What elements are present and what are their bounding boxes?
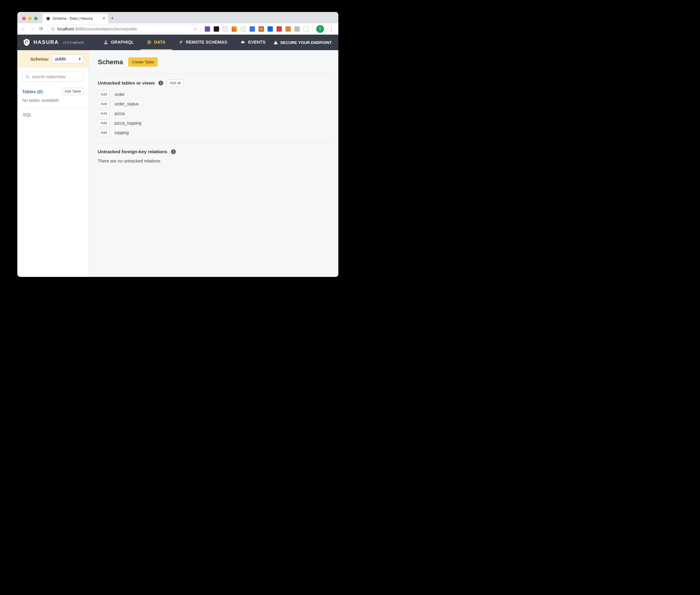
untracked-row: Add order xyxy=(98,91,329,98)
maximize-window-icon[interactable] xyxy=(34,17,38,20)
untracked-row: Add pizza xyxy=(98,110,329,117)
add-button[interactable]: Add xyxy=(98,129,110,136)
cloud-icon xyxy=(240,40,245,44)
close-tab-icon[interactable]: × xyxy=(103,16,105,21)
bookmark-icon[interactable]: ☆ xyxy=(193,27,197,31)
sql-link[interactable]: SQL xyxy=(17,108,88,121)
minimize-window-icon[interactable] xyxy=(28,17,32,20)
app-header: HASURA v1.0.0-alpha34 GRAPHIQL DATA REMO… xyxy=(17,35,338,50)
separator xyxy=(312,26,313,32)
add-button[interactable]: Add xyxy=(98,101,110,108)
tab-label: DATA xyxy=(154,40,166,45)
info-icon[interactable]: i xyxy=(158,81,163,85)
untracked-row: Add order_status xyxy=(98,101,329,108)
extension-icon[interactable] xyxy=(223,26,228,32)
info-icon[interactable]: i xyxy=(171,149,176,154)
select-chevron-icon: ▲▼ xyxy=(79,57,81,60)
database-icon xyxy=(147,40,151,44)
window-controls xyxy=(20,17,40,23)
extension-icon[interactable] xyxy=(249,26,255,32)
schema-label: Schema: xyxy=(30,56,49,61)
plug-icon xyxy=(179,40,183,44)
section-title: Untracked tables or views xyxy=(98,80,155,86)
extension-icon[interactable] xyxy=(286,26,291,32)
tab-strip: Schema - Data | Hasura × + xyxy=(17,12,338,23)
untracked-tables-heading: Untracked tables or views i Add all xyxy=(98,80,329,87)
profile-avatar[interactable]: T xyxy=(316,25,324,33)
back-button[interactable]: ← xyxy=(20,26,26,32)
schema-value: public xyxy=(55,56,66,61)
browser-window: Schema - Data | Hasura × + ← → ⟳ ⓘ local… xyxy=(17,12,338,277)
tables-heading: Tables (0) xyxy=(22,89,43,94)
forward-button[interactable]: → xyxy=(29,26,35,32)
search-placeholder: search table/view xyxy=(32,74,65,79)
search-icon xyxy=(25,75,30,79)
extension-icon[interactable] xyxy=(259,26,264,32)
brand-version: v1.0.0-alpha34 xyxy=(63,40,84,44)
extension-icon[interactable] xyxy=(268,26,273,32)
extension-icon[interactable] xyxy=(276,26,282,32)
extension-icon[interactable] xyxy=(232,26,237,32)
favicon-icon xyxy=(46,17,50,21)
hasura-logo-icon xyxy=(23,38,30,46)
fk-empty-message: There are no untracked relations xyxy=(98,159,329,163)
search-input[interactable]: search table/view xyxy=(22,72,84,82)
add-button[interactable]: Add xyxy=(98,110,110,117)
schema-select[interactable]: public ▲▼ xyxy=(52,54,84,63)
extensions-area xyxy=(205,26,309,32)
tab-label: EVENTS xyxy=(248,40,265,45)
tables-header: Tables (0) Add Table xyxy=(17,85,88,97)
untracked-row: Add pizza_topping xyxy=(98,119,329,126)
extension-icon[interactable] xyxy=(241,26,246,32)
tab-data[interactable]: DATA xyxy=(140,35,172,50)
extension-icon[interactable] xyxy=(214,26,219,32)
table-name: order_status xyxy=(114,102,139,106)
top-nav: GRAPHIQL DATA REMOTE SCHEMAS EVENTS xyxy=(97,35,272,50)
table-name: topping xyxy=(114,130,129,135)
browser-tab[interactable]: Schema - Data | Hasura × xyxy=(43,14,108,23)
untracked-tables-list: Add order Add order_status Add pizza Add… xyxy=(98,91,329,143)
tab-label: REMOTE SCHEMAS xyxy=(186,40,227,45)
extension-icon[interactable] xyxy=(303,26,309,32)
sidebar: Schema: public ▲▼ search table/view Tabl… xyxy=(17,50,89,277)
address-bar[interactable]: ⓘ localhost:8080/console/data/schema/pub… xyxy=(47,25,201,33)
reload-button[interactable]: ⟳ xyxy=(38,26,44,32)
untracked-row: Add topping xyxy=(98,129,329,136)
avatar-letter: T xyxy=(319,27,321,31)
url-path: :8080/console/data/schema/public xyxy=(74,27,137,31)
no-tables-message: No tables available xyxy=(17,97,88,108)
close-window-icon[interactable] xyxy=(22,17,26,20)
section-title: Untracked foreign-key relations xyxy=(98,149,167,154)
browser-toolbar: ← → ⟳ ⓘ localhost:8080/console/data/sche… xyxy=(17,23,338,35)
brand[interactable]: HASURA v1.0.0-alpha34 xyxy=(17,35,89,50)
add-button[interactable]: Add xyxy=(98,119,110,126)
table-name: order xyxy=(114,92,125,97)
flask-icon xyxy=(104,40,108,44)
new-tab-button[interactable]: + xyxy=(108,15,116,23)
create-table-button[interactable]: Create Table xyxy=(128,57,157,66)
schema-selector-bar: Schema: public ▲▼ xyxy=(17,50,88,67)
add-all-button[interactable]: Add all xyxy=(167,80,184,87)
table-name: pizza_topping xyxy=(114,121,141,125)
secure-label: SECURE YOUR ENDPOINT xyxy=(280,40,332,45)
site-info-icon[interactable]: ⓘ xyxy=(51,26,55,32)
main-content: Schema Create Table Untracked tables or … xyxy=(89,50,338,277)
untracked-fk-heading: Untracked foreign-key relations i xyxy=(98,149,329,154)
tab-label: GRAPHIQL xyxy=(111,40,134,45)
add-table-button[interactable]: Add Table xyxy=(62,88,84,95)
app-body: Schema: public ▲▼ search table/view Tabl… xyxy=(17,50,338,277)
add-button[interactable]: Add xyxy=(98,91,110,98)
secure-endpoint-link[interactable]: SECURE YOUR ENDPOINT xyxy=(273,40,332,45)
tab-events[interactable]: EVENTS xyxy=(234,35,272,50)
brand-name: HASURA xyxy=(33,39,59,46)
schema-header: Schema Create Table xyxy=(98,57,329,74)
tab-remote-schemas[interactable]: REMOTE SCHEMAS xyxy=(172,35,234,50)
page-title: Schema xyxy=(98,58,123,66)
tab-graphiql[interactable]: GRAPHIQL xyxy=(97,35,140,50)
url-host: localhost xyxy=(57,27,74,31)
extension-icon[interactable] xyxy=(294,26,300,32)
url-text: localhost:8080/console/data/schema/publi… xyxy=(57,27,137,31)
extension-icon[interactable] xyxy=(205,26,210,32)
browser-menu-icon[interactable]: ⋮ xyxy=(328,26,335,32)
table-name: pizza xyxy=(114,111,125,116)
